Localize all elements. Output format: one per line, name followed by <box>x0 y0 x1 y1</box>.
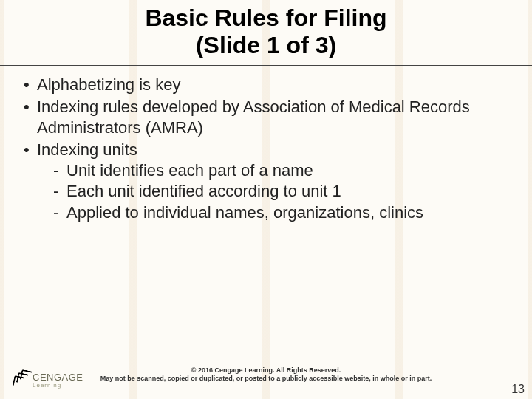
sub-bullet-text: Unit identifies each part of a name <box>66 161 313 180</box>
bullet-item: Indexing rules developed by Association … <box>21 97 511 138</box>
bullet-list: Alphabetizing is key Indexing rules deve… <box>21 75 511 223</box>
slide-body: Alphabetizing is key Indexing rules deve… <box>0 66 532 223</box>
slide-title-block: Basic Rules for Filing (Slide 1 of 3) <box>0 0 532 66</box>
sub-bullet-item: Applied to individual names, organizatio… <box>53 202 511 223</box>
sub-bullet-text: Applied to individual names, organizatio… <box>66 203 423 222</box>
bullet-item: Alphabetizing is key <box>21 75 511 95</box>
bullet-item: Indexing units Unit identifies each part… <box>21 140 511 223</box>
bullet-text: Indexing units <box>37 140 137 159</box>
copyright-footer: © 2016 Cengage Learning. All Rights Rese… <box>0 366 532 383</box>
bullet-text: Indexing rules developed by Association … <box>37 98 470 137</box>
sub-bullet-text: Each unit identified according to unit 1 <box>66 182 341 200</box>
sub-bullet-item: Unit identifies each part of a name <box>53 160 511 181</box>
sub-bullet-item: Each unit identified according to unit 1 <box>53 181 511 202</box>
page-number: 13 <box>511 383 525 396</box>
bullet-text: Alphabetizing is key <box>37 75 180 94</box>
sub-bullet-list: Unit identifies each part of a name Each… <box>37 160 511 222</box>
copyright-line1: © 2016 Cengage Learning. All Rights Rese… <box>0 366 532 375</box>
slide-title-line2: (Slide 1 of 3) <box>15 32 517 59</box>
slide-title-line1: Basic Rules for Filing <box>15 4 517 32</box>
logo-subbrand: Learning <box>33 382 83 389</box>
copyright-line2: May not be scanned, copied or duplicated… <box>0 375 532 383</box>
